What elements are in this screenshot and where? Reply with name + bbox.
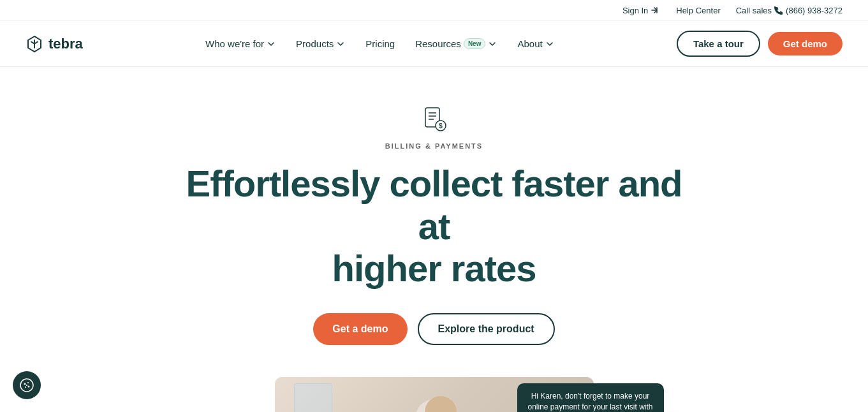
call-label: Call sales (736, 6, 772, 15)
nav-label-pricing: Pricing (365, 38, 395, 49)
hero-title: Effortlessly collect faster and at highe… (179, 163, 689, 290)
nav-links: Who we're for Products Pricing Resources (196, 33, 563, 54)
cookie-icon (19, 378, 34, 393)
resources-badge: New (464, 38, 486, 49)
nav-link-resources[interactable]: Resources New (406, 33, 506, 54)
nav-item-who: Who we're for (196, 33, 284, 54)
top-bar: Sign In Help Center Call sales (866) 938… (0, 0, 868, 21)
nav-link-pricing[interactable]: Pricing (357, 33, 404, 54)
get-demo-button[interactable]: Get demo (768, 32, 842, 55)
hero-title-line2: higher rates (332, 247, 536, 289)
nav-item-about: About (508, 33, 563, 54)
nav-item-resources: Resources New (406, 33, 506, 54)
hero-image-container: Hi Karen, don't forget to make your onli… (217, 377, 651, 412)
notification-text: Hi Karen, don't forget to make your onli… (527, 392, 652, 412)
phone-number: (866) 938-3272 (786, 6, 842, 15)
hero-section: $ BILLING & PAYMENTS Effortlessly collec… (0, 67, 868, 412)
billing-icon: $ (422, 105, 447, 135)
nav-item-pricing: Pricing (357, 33, 404, 54)
nav-link-about[interactable]: About (508, 33, 563, 54)
signin-link[interactable]: Sign In (622, 5, 661, 15)
nav-item-products: Products (287, 33, 354, 54)
svg-point-7 (24, 383, 26, 385)
nav-label-resources: Resources (415, 38, 461, 49)
logo-text: tebra (48, 36, 83, 52)
hero-title-line1: Effortlessly collect faster and at (186, 163, 682, 247)
chevron-down-icon-3 (488, 40, 497, 48)
get-demo-hero-button[interactable]: Get a demo (313, 313, 407, 345)
phone-icon (774, 6, 783, 15)
call-sales-link[interactable]: Call sales (866) 938-3272 (736, 6, 842, 15)
hero-buttons: Get a demo Explore the product (313, 313, 554, 345)
signin-icon (651, 5, 661, 15)
svg-text:$: $ (439, 122, 443, 129)
nav-actions: Take a tour Get demo (677, 31, 842, 57)
svg-point-8 (27, 382, 29, 383)
nav-link-products[interactable]: Products (287, 33, 354, 54)
nav-label-about: About (517, 38, 542, 49)
logo-link[interactable]: tebra (26, 35, 83, 53)
navbar: tebra Who we're for Products Pricing (0, 21, 868, 67)
chevron-down-icon (267, 40, 276, 48)
nav-label-products: Products (296, 38, 334, 49)
nav-label-who: Who we're for (205, 38, 264, 49)
svg-point-9 (28, 386, 30, 388)
notification-popup: Hi Karen, don't forget to make your onli… (517, 383, 664, 412)
help-center-link[interactable]: Help Center (676, 6, 720, 15)
svg-point-11 (26, 385, 27, 386)
explore-product-button[interactable]: Explore the product (418, 313, 555, 345)
svg-point-10 (25, 386, 26, 388)
chevron-down-icon-4 (545, 40, 554, 48)
cookie-consent-button[interactable] (13, 371, 41, 399)
logo-icon (26, 35, 43, 53)
help-center-label: Help Center (676, 6, 720, 15)
hero-category: BILLING & PAYMENTS (385, 142, 483, 150)
signin-label: Sign In (622, 6, 648, 15)
chevron-down-icon-2 (336, 40, 345, 48)
take-tour-button[interactable]: Take a tour (677, 31, 760, 57)
nav-link-who[interactable]: Who we're for (196, 33, 284, 54)
